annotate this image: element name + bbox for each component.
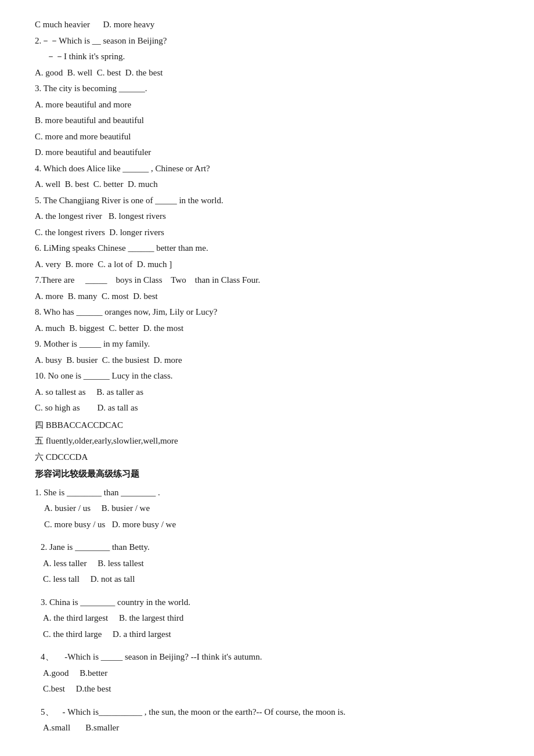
line-q6-options: A. very B. more C. a lot of D. much ] — [35, 257, 499, 272]
line-q3-b: B. more beautiful and beautiful — [35, 113, 499, 128]
practice-q4-ab: A.good B.better — [35, 666, 499, 681]
line-q6: 6. LiMing speaks Chinese ______ better t… — [35, 241, 499, 256]
line-q3-c: C. more and more beautiful — [35, 129, 499, 145]
section-title-practice: 形容词比较级最高级练习题 — [35, 467, 499, 482]
line-q7-options: A. more B. many C. most D. best — [35, 289, 499, 304]
practice-q5-ab: A.small B.smaller — [35, 721, 499, 736]
line-q8-options: A. much B. biggest C. better D. the most — [35, 321, 499, 336]
practice-q2-ab: A. less taller B. less tallest — [35, 556, 499, 571]
line-q5: 5. The Changjiang River is one of _____ … — [35, 193, 499, 208]
practice-q4-cd: C.best D.the best — [35, 682, 499, 697]
line-q3: 3. The city is becoming ______. — [35, 81, 499, 96]
practice-q3-text: 3. China is ________ country in the worl… — [35, 595, 499, 610]
line-q2-options: A. good B. well C. best D. the best — [35, 66, 499, 81]
line-q5-cd: C. the longest rivers D. longer rivers — [35, 225, 499, 240]
practice-q2-text: 2. Jane is ________ than Betty. — [35, 540, 499, 555]
practice-q3-ab: A. the third largest B. the largest thir… — [35, 611, 499, 626]
page-content: C much heavier D. more heavy 2.－－Which i… — [35, 17, 499, 736]
line-q3-a: A. more beautiful and more — [35, 98, 499, 113]
practice-q1-cd: C. more busy / us D. more busy / we — [35, 517, 499, 532]
practice-q1-ab: A. busier / us B. busier / we — [35, 501, 499, 516]
line-q2-answer: －－I think it's spring. — [35, 49, 499, 64]
answer-section-4: 四 BBBACCACCDCAC — [35, 418, 499, 433]
practice-q4-text: 4、 -Which is _____ season in Beijing? --… — [35, 650, 499, 665]
answer-section-6: 六 CDCCCDA — [35, 450, 499, 465]
line-q5-ab: A. the longest river B. longest rivers — [35, 209, 499, 224]
line-q9: 9. Mother is _____ in my family. — [35, 337, 499, 352]
line-q9-options: A. busy B. busier C. the busiest D. more — [35, 353, 499, 368]
practice-q3-cd: C. the third large D. a third largest — [35, 627, 499, 642]
line-q10: 10. No one is ______ Lucy in the class. — [35, 369, 499, 384]
line-q4-options: A. well B. best C. better D. much — [35, 177, 499, 192]
practice-q4: 4、 -Which is _____ season in Beijing? --… — [35, 650, 499, 697]
practice-q2-cd: C. less tall D. not as tall — [35, 572, 499, 587]
practice-q1: 1. She is ________ than ________ . A. bu… — [35, 485, 499, 532]
line-q8: 8. Who has ______ oranges now, Jim, Lily… — [35, 305, 499, 320]
line-c-heavier: C much heavier D. more heavy — [35, 17, 499, 33]
practice-q3: 3. China is ________ country in the worl… — [35, 595, 499, 642]
line-q2: 2.－－Which is __ season in Beijing? — [35, 34, 499, 49]
answer-section-5: 五 fluently,older,early,slowlier,well,mor… — [35, 434, 499, 449]
practice-q2: 2. Jane is ________ than Betty. A. less … — [35, 540, 499, 587]
line-q10-cd: C. so high as D. as tall as — [35, 401, 499, 416]
practice-q1-text: 1. She is ________ than ________ . — [35, 485, 499, 501]
practice-q5: 5、 - Which is__________ , the sun, the m… — [35, 705, 499, 736]
line-q10-ab: A. so tallest as B. as taller as — [35, 385, 499, 400]
line-q4: 4. Which does Alice like ______ , Chines… — [35, 161, 499, 177]
line-q7: 7.There are _____ boys in Class Two than… — [35, 273, 499, 288]
practice-q5-text: 5、 - Which is__________ , the sun, the m… — [35, 705, 499, 720]
line-q3-d: D. more beautiful and beautifuler — [35, 145, 499, 160]
